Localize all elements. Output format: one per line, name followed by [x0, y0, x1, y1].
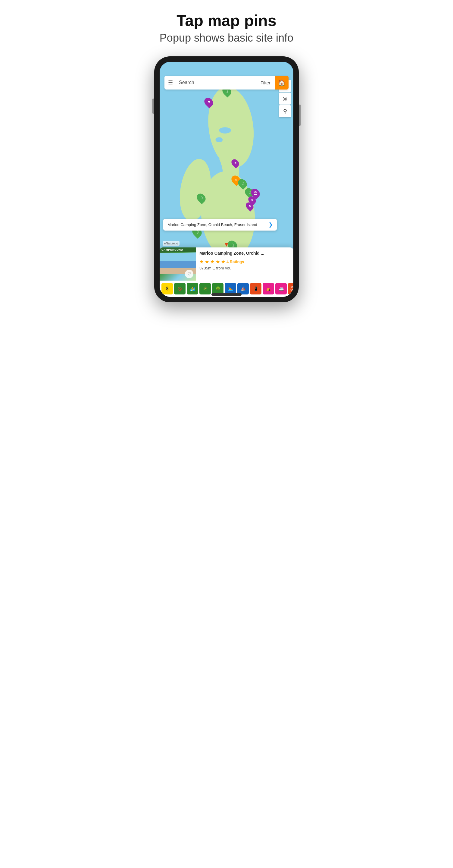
map-pin-2[interactable]: ⚑: [205, 97, 213, 107]
page-header: Tap map pins Popup shows basic site info: [160, 12, 293, 44]
search-bar[interactable]: ☰ Search Filter 🏠: [164, 76, 289, 90]
info-card-main: CAMPGROUND ♡ Marloo Camping Zone, Orchid…: [160, 247, 293, 281]
popup-text: Marloo Camping Zone, Orchid Beach, Frase…: [167, 222, 257, 227]
amenity-palm: 🌴: [199, 283, 211, 294]
phone-shell: 10:59 📍 VoLTE 📶 99% 🔋 ☰ Search Filter 🏠: [154, 56, 299, 302]
volume-button: [153, 98, 154, 114]
search-input[interactable]: Search: [176, 80, 256, 85]
info-card-image: CAMPGROUND ♡: [160, 247, 196, 281]
location-button[interactable]: ◎: [279, 93, 291, 104]
amenity-telstra: 📱: [250, 283, 261, 294]
svg-point-3: [219, 127, 231, 133]
campground-label: CAMPGROUND: [160, 247, 196, 252]
map-pin-10[interactable]: ⚑: [247, 202, 253, 210]
map-popup[interactable]: Marloo Camping Zone, Orchid Beach, Frase…: [163, 219, 277, 230]
amenity-tree: 🌳: [212, 283, 224, 294]
amenity-caravan: 🚐: [275, 283, 287, 294]
map-area[interactable]: ☽ ⚑ ⚑ ☀: [160, 62, 293, 297]
amenity-fee: $: [161, 283, 173, 294]
phone-screen: 10:59 📍 VoLTE 📶 99% 🔋 ☰ Search Filter 🏠: [160, 62, 293, 297]
map-pin-6[interactable]: ☽: [197, 193, 205, 203]
pin-button[interactable]: ⚲: [279, 105, 291, 117]
amenity-4wd: 4WDONLY: [288, 283, 293, 294]
amenity-surf: 🏄: [187, 283, 198, 294]
filter-button[interactable]: Filter: [256, 80, 275, 85]
amenity-row: $ 🚫 🏄 🌴 🌳 🏊 ⛵ 📱 ⛺ 🚐 4WDONLY 🌲: [160, 281, 293, 297]
campground-name: Marloo Camping Zone, Orchid ...: [199, 250, 282, 256]
favorite-button[interactable]: ♡: [185, 270, 193, 278]
amenity-boat: ⛵: [237, 283, 249, 294]
amenity-no-dogs: 🚫: [174, 283, 186, 294]
map-pin-5[interactable]: ☽: [238, 179, 247, 188]
info-card-content: Marloo Camping Zone, Orchid ... ⋮ ★ ★ ★ …: [196, 247, 293, 281]
page-subtitle: Popup shows basic site info: [160, 32, 293, 44]
page-title: Tap map pins: [160, 12, 293, 29]
map-pin-3[interactable]: ⚑: [232, 159, 238, 167]
star-2: ★: [205, 259, 209, 265]
star-1: ★: [199, 259, 204, 265]
map-down-arrow: ▼: [224, 241, 229, 248]
rating-row: ★ ★ ★ ★ ★ 4 Ratings: [199, 259, 290, 265]
svg-point-0: [204, 84, 258, 171]
amenity-swim: 🏊: [225, 283, 236, 294]
star-4: ★: [216, 259, 220, 265]
distance-text: 3735m E from you: [199, 266, 290, 270]
map-credit: eNature.io: [163, 241, 180, 246]
star-5: ★: [221, 259, 225, 265]
amenity-tent: ⛺: [263, 283, 274, 294]
home-button[interactable]: 🏠: [275, 76, 289, 90]
popup-arrow: ❯: [269, 222, 272, 227]
ratings-count: 4 Ratings: [226, 259, 244, 264]
info-card: CAMPGROUND ♡ Marloo Camping Zone, Orchid…: [160, 247, 293, 297]
hamburger-icon[interactable]: ☰: [164, 79, 176, 86]
more-options-button[interactable]: ⋮: [282, 250, 290, 257]
info-card-header: Marloo Camping Zone, Orchid ... ⋮: [199, 250, 290, 257]
power-button: [299, 104, 300, 126]
svg-point-4: [215, 137, 223, 143]
star-3: ★: [210, 259, 215, 265]
